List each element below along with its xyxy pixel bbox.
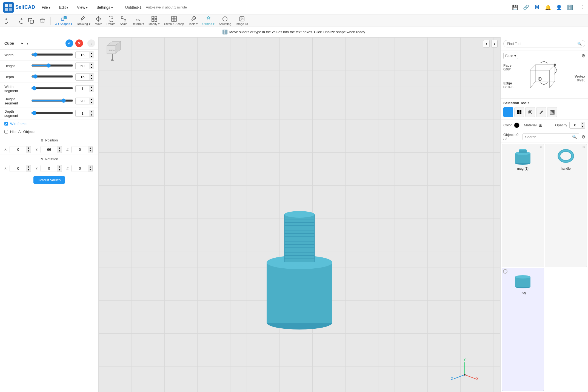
- tool-deform[interactable]: Deform ▾: [130, 15, 146, 27]
- view-settings-button[interactable]: ⚙: [581, 53, 585, 58]
- share-icon[interactable]: 🔗: [522, 4, 530, 11]
- material-grid-icon[interactable]: ⊞: [539, 123, 542, 128]
- rot-x-input[interactable]: [10, 166, 26, 171]
- rot-z-input[interactable]: [72, 166, 88, 171]
- opacity-input[interactable]: [570, 122, 581, 128]
- obj-visibility-mug1[interactable]: 👁: [540, 145, 543, 149]
- fullscreen-icon[interactable]: ⛶: [577, 4, 585, 11]
- pos-x-input[interactable]: [10, 147, 26, 152]
- tool-modify[interactable]: Modify ▾: [147, 15, 161, 27]
- param-wseg-up[interactable]: ▲: [89, 86, 94, 89]
- tool-scale[interactable]: Scale: [118, 15, 129, 26]
- hide-all-label[interactable]: Hide All Objects: [10, 130, 35, 134]
- param-height-input[interactable]: [76, 63, 89, 69]
- menu-view[interactable]: View: [75, 4, 90, 11]
- param-hseg-input[interactable]: [76, 98, 89, 104]
- tool-drawing[interactable]: Drawing ▾: [75, 15, 92, 27]
- menu-settings[interactable]: Settings: [94, 4, 115, 11]
- param-dseg-slider[interactable]: [31, 111, 73, 115]
- rot-z-up[interactable]: ▲: [88, 165, 93, 169]
- obj-visibility-handle[interactable]: 👁: [582, 145, 586, 149]
- tool-image-to[interactable]: Image To: [234, 15, 250, 26]
- tool-stitch-scoop[interactable]: Stitch & Scoop: [162, 15, 185, 26]
- wireframe-checkbox[interactable]: [4, 122, 8, 126]
- tool-move[interactable]: Move: [93, 15, 104, 26]
- rot-y-down[interactable]: ▼: [57, 168, 62, 172]
- param-wseg-input[interactable]: [76, 86, 89, 92]
- confirm-button[interactable]: ✓: [65, 39, 73, 47]
- param-hseg-slider[interactable]: [31, 98, 73, 103]
- param-dseg-input[interactable]: [76, 110, 89, 116]
- opacity-up[interactable]: ▲: [581, 122, 585, 125]
- sel-tool-box-button[interactable]: [514, 107, 524, 117]
- user-icon[interactable]: 👤: [555, 4, 563, 11]
- param-hseg-up[interactable]: ▲: [89, 98, 94, 101]
- param-depth-down[interactable]: ▼: [89, 77, 94, 80]
- tool-sculpting[interactable]: Sculpting: [217, 15, 233, 26]
- undo-button[interactable]: [3, 17, 13, 25]
- info-icon[interactable]: ℹ️: [566, 4, 574, 11]
- rot-x-up[interactable]: ▲: [26, 165, 31, 169]
- sel-tool-paint-button[interactable]: [536, 107, 546, 117]
- copy-button[interactable]: [26, 17, 36, 25]
- pos-z-up[interactable]: ▲: [88, 146, 93, 150]
- tool-tools[interactable]: Tools ▾: [187, 15, 200, 27]
- menu-edit[interactable]: Edit: [57, 4, 70, 11]
- param-width-up[interactable]: ▲: [89, 52, 94, 55]
- pos-x-down[interactable]: ▼: [26, 149, 31, 153]
- param-dseg-up[interactable]: ▲: [89, 110, 94, 113]
- param-wseg-slider[interactable]: [31, 86, 73, 90]
- rot-x-down[interactable]: ▼: [26, 168, 31, 172]
- param-depth-input[interactable]: [76, 74, 89, 80]
- obj-select-circle-mug[interactable]: [503, 269, 507, 274]
- sel-tool-face-button[interactable]: [503, 107, 513, 117]
- param-wseg-down[interactable]: ▼: [89, 89, 94, 92]
- pos-y-input[interactable]: [41, 147, 57, 152]
- pos-y-up[interactable]: ▲: [57, 146, 62, 150]
- save-icon[interactable]: 💾: [511, 4, 519, 11]
- pos-z-input[interactable]: [72, 147, 88, 152]
- param-depth-up[interactable]: ▲: [89, 74, 94, 77]
- default-values-button[interactable]: Default Values: [33, 176, 65, 184]
- orientation-cube[interactable]: FRONT: [101, 40, 123, 62]
- premium-icon[interactable]: M: [533, 4, 541, 11]
- collapse-button[interactable]: ‹: [87, 39, 95, 47]
- nav-next-button[interactable]: ›: [491, 40, 498, 48]
- delete-button[interactable]: [37, 17, 48, 25]
- tool-rotate[interactable]: Rotate: [105, 15, 117, 26]
- redo-button[interactable]: [14, 17, 25, 25]
- bell-icon[interactable]: 🔔: [544, 4, 552, 11]
- view-mode-dropdown[interactable]: Face ▾: [503, 53, 518, 59]
- pos-z-down[interactable]: ▼: [88, 149, 93, 153]
- param-dseg-down[interactable]: ▼: [89, 113, 94, 117]
- objects-search-input[interactable]: [525, 135, 571, 139]
- param-height-slider[interactable]: [31, 63, 73, 68]
- menu-file[interactable]: File: [39, 4, 53, 11]
- tool-utilities[interactable]: Utilities ▾: [201, 15, 216, 27]
- viewport[interactable]: ‹ › FRONT: [99, 37, 500, 392]
- sel-tool-lasso-button[interactable]: [525, 107, 535, 117]
- pos-y-down[interactable]: ▼: [57, 149, 62, 153]
- hide-all-checkbox[interactable]: [4, 130, 8, 133]
- pos-x-up[interactable]: ▲: [26, 146, 31, 150]
- find-tool-input[interactable]: [507, 42, 576, 46]
- object-card-mug1[interactable]: 👁 mug (1): [502, 144, 544, 267]
- param-depth-slider[interactable]: [31, 74, 73, 79]
- color-swatch[interactable]: [514, 123, 520, 128]
- param-width-down[interactable]: ▼: [89, 55, 94, 58]
- shape-selector[interactable]: Cube Sphere Cylinder: [3, 41, 24, 46]
- rot-y-input[interactable]: [41, 166, 57, 171]
- opacity-down[interactable]: ▼: [581, 125, 585, 129]
- tool-3dshapes[interactable]: 3D Shapes ▾: [53, 15, 74, 27]
- sel-tool-invert-button[interactable]: [547, 107, 557, 117]
- param-hseg-down[interactable]: ▼: [89, 101, 94, 104]
- cancel-button[interactable]: ✕: [75, 39, 83, 47]
- nav-prev-button[interactable]: ‹: [483, 40, 489, 48]
- param-width-slider[interactable]: [31, 52, 73, 57]
- object-card-mug[interactable]: mug: [502, 268, 544, 391]
- param-height-up[interactable]: ▲: [89, 63, 94, 66]
- rot-y-up[interactable]: ▲: [57, 165, 62, 169]
- rot-z-down[interactable]: ▼: [88, 168, 93, 172]
- wireframe-label[interactable]: Wireframe: [10, 122, 27, 126]
- param-width-input[interactable]: [76, 52, 89, 58]
